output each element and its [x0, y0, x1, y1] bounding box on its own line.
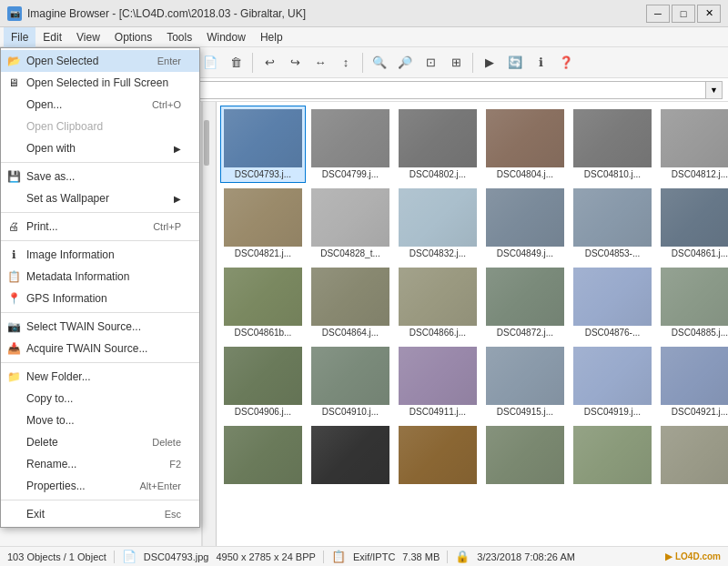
address-dropdown-button[interactable]: ▼ — [706, 81, 723, 99]
thumbnail-DSC04804[interactable]: DSC04804.j... — [482, 106, 568, 183]
wallpaper-icon — [5, 189, 23, 207]
menu-rename[interactable]: Rename... F2 — [1, 453, 199, 475]
maximize-button[interactable]: □ — [672, 5, 695, 23]
thumb-label-DSC04828: DSC04828_t... — [320, 248, 380, 258]
thumbnail-DSC04810[interactable]: DSC04810.j... — [570, 106, 655, 183]
thumbnail-DSC04793[interactable]: DSC04793.j... — [220, 106, 306, 183]
status-dimensions: 4950 x 2785 x 24 BPP — [216, 551, 315, 562]
thumbnail-DSC04906[interactable]: DSC04906.j... — [220, 343, 306, 420]
separator-6 — [1, 500, 199, 500]
menu-open-selected[interactable]: 📂 Open Selected Enter — [1, 50, 199, 72]
tb-zoom-out[interactable]: 🔎 — [393, 51, 417, 75]
twain-select-icon: 📷 — [5, 318, 23, 336]
tb-rotate-left[interactable]: ↩ — [258, 51, 281, 75]
menu-new-folder[interactable]: 📁 New Folder... — [1, 366, 199, 388]
tb-fit[interactable]: ⊞ — [444, 51, 468, 75]
menu-metadata-info[interactable]: 📋 Metadata Information — [1, 266, 199, 288]
exit-icon — [5, 505, 23, 523]
thumbnail-DSC04812[interactable]: DSC04812.j... — [657, 106, 728, 183]
window-title: Imagine Browser - [C:\LO4D.com\2018.03 -… — [27, 7, 306, 20]
menu-open[interactable]: Open... Ctrl+O — [1, 94, 199, 116]
thumb-image-DSC04876 — [573, 268, 652, 326]
thumb-label-DSC04866: DSC04866.j... — [410, 328, 466, 338]
thumbnail-DSC04872[interactable]: DSC04872.j... — [482, 264, 568, 341]
menu-image-info[interactable]: ℹ Image Information — [1, 244, 199, 266]
tb-flip-h[interactable]: ↔ — [308, 51, 332, 75]
menu-view[interactable]: View — [69, 27, 107, 47]
thumbnail-DSC04911[interactable]: DSC04911.j... — [395, 343, 480, 420]
menu-delete[interactable]: Delete Delete — [1, 431, 199, 453]
separator-2 — [1, 212, 199, 213]
thumb-label-DSC04804: DSC04804.j... — [497, 169, 553, 179]
menu-set-wallpaper[interactable]: Set as Wallpaper ▶ — [1, 187, 199, 209]
thumbnail-DSC04861a[interactable]: DSC04861.j... — [657, 185, 728, 262]
tb-flip-v[interactable]: ↕ — [334, 51, 358, 75]
menu-acquire-twain[interactable]: 📥 Acquire TWAIN Source... — [1, 338, 199, 359]
thumbnail-DSC04802[interactable]: DSC04802.j... — [395, 106, 480, 183]
menu-gps-info[interactable]: 📍 GPS Information — [1, 288, 199, 309]
thumbnail-scroll-container: DSC04793.j...DSC04799.j...DSC04802.j...D… — [217, 102, 728, 546]
thumbnail-DSC04885[interactable]: DSC04885.j... — [657, 264, 728, 341]
menu-exit[interactable]: Exit Esc — [1, 503, 199, 525]
sidebar-scrollbar-thumb[interactable] — [204, 120, 209, 166]
tb-refresh[interactable]: 🔄 — [503, 51, 527, 75]
thumb-label-DSC04861a: DSC04861.j... — [672, 248, 728, 258]
gps-icon: 📍 — [5, 289, 23, 308]
menu-move-to[interactable]: Move to... — [1, 409, 199, 431]
tb-slideshow[interactable]: ▶ — [478, 51, 501, 75]
menu-properties[interactable]: Properties... Alt+Enter — [1, 475, 199, 497]
thumbnail-DSC04821[interactable]: DSC04821.j... — [220, 185, 306, 262]
thumb-label-DSC04910: DSC04910.j... — [322, 407, 379, 417]
thumbnail-DSC04828[interactable]: DSC04828_t... — [308, 185, 393, 262]
menu-tools[interactable]: Tools — [159, 27, 199, 47]
menu-save-as[interactable]: 💾 Save as... — [1, 166, 199, 187]
tb-paste[interactable]: 📄 — [198, 51, 222, 75]
thumbnail-DSC04921[interactable]: DSC04921.j... — [657, 343, 728, 420]
thumbnail-DSC04r6[interactable] — [657, 422, 728, 490]
menu-options[interactable]: Options — [107, 27, 159, 47]
tb-zoom-in[interactable]: 🔍 — [368, 51, 391, 75]
thumbnail-DSC04r2[interactable] — [308, 422, 393, 490]
thumbnail-DSC04r5[interactable] — [570, 422, 655, 490]
tb-rotate-right[interactable]: ↪ — [283, 51, 307, 75]
status-date: 3/23/2018 7:08:26 AM — [477, 551, 575, 562]
menu-print[interactable]: 🖨 Print... Ctrl+P — [1, 216, 199, 238]
thumb-label-DSC04864: DSC04864.j... — [322, 328, 379, 338]
thumb-image-DSC04r4 — [486, 426, 564, 484]
thumbnail-DSC04832[interactable]: DSC04832.j... — [395, 185, 480, 262]
open-selected-icon: 📂 — [5, 52, 23, 70]
thumbnail-DSC04915[interactable]: DSC04915.j... — [482, 343, 568, 420]
tb-actual-size[interactable]: ⊡ — [419, 51, 442, 75]
thumbnail-DSC04910[interactable]: DSC04910.j... — [308, 343, 393, 420]
tb-info[interactable]: ℹ — [529, 51, 552, 75]
thumb-image-DSC04802 — [399, 109, 477, 167]
tb-delete[interactable]: 🗑 — [224, 51, 248, 75]
thumbnail-DSC04r4[interactable] — [482, 422, 568, 490]
thumbnail-DSC04r1[interactable] — [220, 422, 306, 490]
thumbnail-DSC04919[interactable]: DSC04919.j... — [570, 343, 655, 420]
thumb-label-DSC04906: DSC04906.j... — [235, 407, 291, 417]
status-bar: 103 Objects / 1 Object 📄 DSC04793.jpg 49… — [0, 546, 728, 566]
menu-help[interactable]: Help — [253, 27, 290, 47]
thumbnail-DSC04876[interactable]: DSC04876-... — [570, 264, 655, 341]
thumbnail-DSC04861b[interactable]: DSC04861b... — [220, 264, 306, 341]
menu-open-fullscreen[interactable]: 🖥 Open Selected in Full Screen — [1, 72, 199, 94]
close-button[interactable]: ✕ — [697, 5, 721, 23]
save-icon: 💾 — [5, 167, 23, 186]
minimize-button[interactable]: ─ — [646, 5, 670, 23]
menu-copy-to[interactable]: Copy to... — [1, 388, 199, 409]
menu-file[interactable]: File — [4, 27, 35, 47]
menu-window[interactable]: Window — [199, 27, 253, 47]
thumbnail-DSC04849[interactable]: DSC04849.j... — [482, 185, 568, 262]
sidebar-scrollbar-track[interactable] — [202, 102, 209, 546]
menu-edit[interactable]: Edit — [35, 27, 69, 47]
thumbnail-DSC04864[interactable]: DSC04864.j... — [308, 264, 393, 341]
thumbnail-DSC04r3[interactable] — [395, 422, 480, 490]
status-separator-2 — [323, 551, 324, 563]
thumbnail-DSC04866[interactable]: DSC04866.j... — [395, 264, 480, 341]
menu-open-with[interactable]: Open with ▶ — [1, 137, 199, 159]
thumbnail-DSC04799[interactable]: DSC04799.j... — [308, 106, 393, 183]
tb-help[interactable]: ❓ — [554, 51, 578, 75]
menu-select-twain[interactable]: 📷 Select TWAIN Source... — [1, 316, 199, 338]
thumbnail-DSC04853[interactable]: DSC04853-... — [570, 185, 655, 262]
